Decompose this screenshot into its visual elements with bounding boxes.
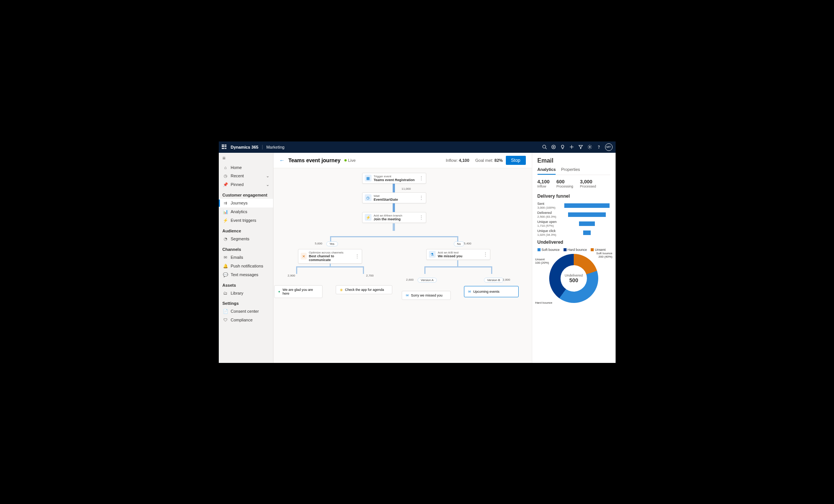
kpi-inflow: 4,100Inflow bbox=[538, 179, 550, 188]
trigger-icon: ⚡ bbox=[223, 218, 229, 223]
more-icon[interactable]: ⋮ bbox=[417, 215, 424, 220]
stop-button[interactable]: Stop bbox=[506, 156, 526, 165]
node-type: Trigger event bbox=[374, 175, 415, 178]
flow-count: 5,600 bbox=[315, 242, 323, 245]
sidebar-item-label: Consent center bbox=[231, 309, 259, 313]
filter-icon[interactable] bbox=[576, 143, 585, 152]
flow-count: 2,700 bbox=[366, 274, 374, 277]
node-title: EventStartDate bbox=[374, 198, 398, 201]
donut-chart: Unsent100 (20%) Soft bounce200 (40%) Har… bbox=[538, 254, 610, 303]
back-button[interactable]: ← bbox=[280, 157, 285, 163]
lightbulb-icon[interactable] bbox=[558, 143, 567, 152]
tab-properties[interactable]: Properties bbox=[561, 167, 580, 175]
svg-point-2 bbox=[552, 145, 556, 149]
library-icon: 🗂 bbox=[223, 291, 229, 295]
whatsapp-icon: ● bbox=[278, 290, 280, 293]
search-icon[interactable] bbox=[540, 143, 549, 152]
sidebar-item-analytics[interactable]: 📊Analytics bbox=[219, 207, 273, 216]
journey-node-trigger[interactable]: ▦ Trigger eventTeams event Registration … bbox=[362, 173, 426, 184]
node-title: Best channel to communicate bbox=[309, 254, 353, 262]
clock-icon: ◷ bbox=[365, 194, 372, 201]
more-icon[interactable]: ⋮ bbox=[353, 254, 359, 259]
hamburger-icon[interactable]: ≡ bbox=[219, 153, 273, 163]
sidebar-item-push[interactable]: 🔔Push notifications bbox=[219, 262, 273, 270]
user-avatar[interactable]: MT bbox=[605, 143, 613, 151]
sidebar-section-channels: Channels bbox=[219, 243, 273, 253]
leaf-label: Upcoming events bbox=[473, 290, 500, 293]
funnel-title: Delivery funnel bbox=[538, 194, 610, 199]
ab-test-icon: ⚗ bbox=[429, 251, 436, 258]
gear-icon[interactable] bbox=[585, 143, 594, 152]
plus-icon[interactable] bbox=[567, 143, 576, 152]
sidebar-section-customer-engagement: Customer engagement bbox=[219, 189, 273, 199]
node-type: Add an A/B test bbox=[438, 251, 462, 254]
sidebar-item-pinned[interactable]: 📌Pinned⌄ bbox=[219, 180, 273, 189]
journey-leaf-missed[interactable]: ✉Sorry we missed you bbox=[402, 291, 451, 300]
page-title: Teams event journey bbox=[289, 157, 341, 163]
sidebar-item-label: Journeys bbox=[231, 201, 248, 205]
donut-label-soft: Soft bounce200 (40%) bbox=[596, 252, 613, 258]
donut-label-unsent: Unsent100 (20%) bbox=[535, 258, 549, 264]
version-b-pill: Version B bbox=[484, 278, 504, 283]
leaf-label: Check the app for agenda bbox=[345, 288, 384, 292]
segments-icon: ◔ bbox=[223, 237, 229, 241]
sidebar-item-label: Recent bbox=[231, 174, 244, 178]
chevron-down-icon: ⌄ bbox=[266, 174, 269, 178]
svg-point-7 bbox=[589, 146, 590, 148]
sidebar-item-compliance[interactable]: 🛡Compliance bbox=[219, 316, 273, 324]
mail-icon: ✉ bbox=[468, 290, 471, 293]
panel-title: Email bbox=[538, 157, 610, 164]
more-icon[interactable]: ⋮ bbox=[417, 195, 424, 200]
page-header: ← Teams event journey Live Inflow: 4,100… bbox=[273, 153, 532, 168]
sidebar-item-journeys[interactable]: ⇉Journeys bbox=[219, 199, 273, 207]
node-type: Wait bbox=[374, 194, 398, 198]
flow-count: 5,400 bbox=[464, 242, 472, 245]
tab-analytics[interactable]: Analytics bbox=[538, 167, 556, 175]
journey-canvas[interactable]: ▦ Trigger eventTeams event Registration … bbox=[273, 168, 532, 363]
kpi-processed: 3,000Processed bbox=[580, 179, 596, 188]
sidebar-item-label: Home bbox=[231, 165, 242, 170]
sidebar-item-text[interactable]: 💬Text messages bbox=[219, 270, 273, 279]
brand-label: Dynamics 365 bbox=[231, 145, 258, 149]
donut-legend: Soft bounce Hard bounce Unsent bbox=[538, 248, 610, 252]
journey-leaf-upcoming[interactable]: ✉Upcoming events bbox=[464, 286, 519, 297]
kpi-row: 4,100Inflow 600Processing 3,000Processed bbox=[538, 179, 610, 188]
journey-node-branch[interactable]: ⚡ Add an if/then branchJoin the meeting … bbox=[362, 212, 426, 223]
node-title: We missed you bbox=[438, 254, 462, 258]
more-icon[interactable]: ⋮ bbox=[481, 252, 488, 257]
sidebar-item-label: Compliance bbox=[231, 318, 253, 322]
journey-leaf-glad[interactable]: ●We are glad you are here bbox=[274, 285, 323, 298]
home-icon: ⌂ bbox=[223, 165, 229, 170]
sidebar-item-recent[interactable]: ◷Recent⌄ bbox=[219, 172, 273, 180]
journey-node-optimize[interactable]: ✕ Optimize across channelsBest channel t… bbox=[298, 249, 362, 264]
sidebar-item-library[interactable]: 🗂Library bbox=[219, 289, 273, 297]
help-icon[interactable] bbox=[594, 143, 604, 152]
mail-icon: ✉ bbox=[223, 255, 229, 260]
donut-label-hard: Hard bounce bbox=[535, 301, 553, 304]
sidebar-item-emails[interactable]: ✉Emails bbox=[219, 253, 273, 262]
sidebar-item-home[interactable]: ⌂Home bbox=[219, 163, 273, 172]
sidebar-item-label: Library bbox=[231, 291, 244, 295]
target-icon[interactable] bbox=[549, 143, 558, 152]
sidebar: ≡ ⌂Home ◷Recent⌄ 📌Pinned⌄ Customer engag… bbox=[219, 153, 273, 363]
top-navbar: Dynamics 365 Marketing MT bbox=[219, 141, 616, 153]
sidebar-item-segments[interactable]: ◔Segments bbox=[219, 235, 273, 243]
app-launcher-icon[interactable] bbox=[222, 144, 227, 150]
chat-icon: 💬 bbox=[223, 272, 229, 277]
svg-point-8 bbox=[599, 148, 599, 148]
journey-node-abtest[interactable]: ⚗ Add an A/B testWe missed you ⋮ bbox=[426, 249, 490, 260]
journey-node-wait[interactable]: ◷ WaitEventStartDate ⋮ bbox=[362, 192, 426, 203]
node-type: Add an if/then branch bbox=[374, 214, 402, 217]
status-label: Live bbox=[348, 158, 356, 163]
sidebar-item-event-triggers[interactable]: ⚡Event triggers bbox=[219, 216, 273, 225]
shield-icon: 🛡 bbox=[223, 318, 229, 322]
journey-icon: ⇉ bbox=[223, 201, 229, 206]
branch-yes-pill: Yes bbox=[326, 241, 338, 246]
journey-leaf-agenda[interactable]: ◉Check the app for agenda bbox=[336, 285, 392, 294]
sidebar-item-consent[interactable]: 📄Consent center bbox=[219, 307, 273, 316]
optimize-icon: ✕ bbox=[301, 253, 307, 260]
more-icon[interactable]: ⋮ bbox=[417, 175, 424, 181]
branch-no-pill: No bbox=[454, 241, 464, 246]
inflow-metric: Inflow: 4,100 bbox=[446, 158, 469, 163]
chart-icon: 📊 bbox=[223, 209, 229, 214]
